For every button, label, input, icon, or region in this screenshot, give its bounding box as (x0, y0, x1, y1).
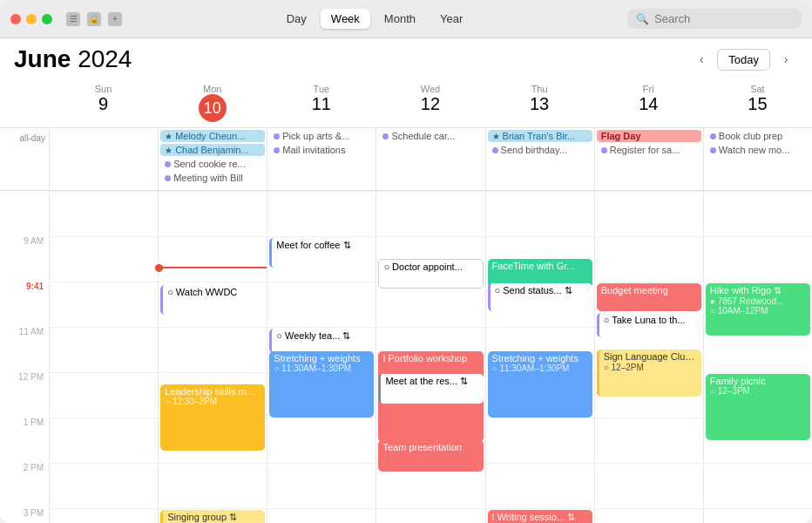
col-fri-3 (594, 508, 703, 523)
cal-grid[interactable]: 9 AM (0, 191, 812, 523)
col-thu-3: I Writing sessio... ⇅ (485, 508, 594, 523)
calendar-window: ☰ 🔒 + Day Week Month Year 🔍 June 2024 ‹ … (0, 0, 812, 523)
list-item[interactable]: ★ Melody Cheun... (160, 130, 265, 142)
traffic-lights (10, 14, 52, 24)
col-sun-1 (49, 418, 158, 463)
minimize-button[interactable] (26, 14, 37, 24)
col-wed-9: ○ Doctor appoint... (376, 236, 484, 282)
col-tue-9: Meet for coffee ⇅ (267, 236, 376, 282)
event-stretching-tue[interactable]: Stretching + weights ○ 11:30AM–1:30PM (269, 351, 374, 418)
inbox-btn[interactable]: 🔒 (87, 12, 101, 26)
day-header-sun: Sun 9 (49, 80, 158, 127)
col-sun-11 (49, 327, 158, 372)
today-button[interactable]: Today (717, 49, 770, 71)
tab-day[interactable]: Day (276, 9, 317, 29)
event-writing-session[interactable]: I Writing sessio... ⇅ (488, 510, 592, 523)
col-sun-9 (49, 236, 158, 282)
search-input[interactable] (654, 12, 801, 25)
list-item[interactable]: Flag Day (597, 130, 701, 142)
next-button[interactable]: › (774, 47, 798, 71)
nav-arrows: ‹ Today › (689, 47, 798, 71)
close-button[interactable] (10, 14, 21, 24)
titlebar: ☰ 🔒 + Day Week Month Year 🔍 (0, 0, 812, 38)
col-tue-1 (267, 418, 376, 463)
col-fri-2 (594, 463, 703, 508)
list-item[interactable]: ★ Chad Benjamin... (160, 144, 265, 156)
list-item[interactable]: Schedule car... (378, 130, 483, 142)
event-take-luna[interactable]: ○ Take Luna to th... (597, 313, 701, 337)
col-wed-8 (376, 191, 484, 236)
col-tue-10 (267, 282, 376, 327)
time-header-spacer (0, 80, 49, 127)
window-controls: ☰ 🔒 + (66, 12, 122, 26)
col-fri-10: Budget meeting ○ Take Luna to th... (594, 282, 703, 327)
maximize-button[interactable] (42, 14, 52, 24)
col-mon-10: ○ Watch WWDC (158, 282, 267, 327)
time-label-9am: 9 AM (0, 236, 49, 282)
add-event-btn[interactable]: + (108, 12, 122, 26)
time-label-8am (0, 191, 49, 236)
col-mon-11 (158, 327, 267, 372)
event-weekly-tea[interactable]: ○ Weekly tea... ⇅ (269, 329, 374, 353)
day-header-thu: Thu 13 (485, 80, 594, 127)
col-mon-2 (158, 463, 267, 508)
col-tue-8 (267, 191, 376, 236)
event-hike-rigo[interactable]: Hike with Rigo ⇅ ● 7867 Redwood... ○ 10A… (706, 283, 810, 336)
col-fri-8 (594, 191, 703, 236)
col-mon-3: Singing group ⇅ (158, 508, 267, 523)
tab-year[interactable]: Year (430, 9, 473, 29)
col-fri-9 (594, 236, 703, 282)
list-item[interactable]: ★ Brian Tran's Bir... (488, 130, 592, 142)
day-headers: Sun 9 Mon 10 Tue 11 Wed 12 Thu 13 Fri 14… (0, 80, 812, 128)
col-sun-8 (49, 191, 158, 236)
list-item[interactable]: Send cookie re... (160, 158, 265, 170)
event-doctor-appt[interactable]: ○ Doctor appoint... (378, 259, 483, 289)
list-item[interactable]: Watch new mo... (706, 144, 810, 156)
time-label-2pm: 2 PM (0, 463, 49, 508)
col-sat-8 (703, 191, 812, 236)
event-watch-wwdc[interactable]: ○ Watch WWDC (160, 285, 265, 315)
col-sat-9 (703, 236, 812, 282)
col-thu-11: Stretching + weights ○ 11:30AM–1:30PM (485, 327, 594, 372)
col-wed-11: I Portfolio workshop (376, 327, 484, 372)
list-item[interactable]: Mail invitations (269, 144, 374, 156)
allday-tue: Pick up arts &... Mail invitations (267, 128, 376, 190)
page-title: June 2024 (14, 45, 132, 73)
allday-sun (49, 128, 158, 190)
event-team-presentation[interactable]: Team presentation (378, 440, 483, 472)
col-thu-10: ○ Send status... ⇅ (485, 282, 594, 327)
event-budget-meeting[interactable]: Budget meeting (597, 283, 701, 311)
list-item[interactable]: Book club prep (706, 130, 810, 142)
event-meet-res[interactable]: Meet at the res... ⇅ (378, 374, 483, 404)
col-tue-3 (267, 508, 376, 523)
sidebar-toggle[interactable]: ☰ (66, 12, 80, 26)
tab-month[interactable]: Month (374, 9, 426, 29)
event-stretching-thu[interactable]: Stretching + weights ○ 11:30AM–1:30PM (488, 351, 592, 418)
event-send-status[interactable]: ○ Send status... ⇅ (488, 283, 592, 311)
col-mon-12: Leadership skills meeting ○ 12:30–2PM (158, 372, 267, 418)
allday-wed: Schedule car... (376, 128, 484, 190)
list-item[interactable]: Pick up arts &... (269, 130, 374, 142)
tab-week[interactable]: Week (321, 9, 370, 29)
col-thu-9: FaceTime with Gr... (485, 236, 594, 282)
prev-button[interactable]: ‹ (689, 47, 714, 71)
allday-thu: ★ Brian Tran's Bir... Send birthday... (485, 128, 594, 190)
list-item[interactable]: Register for sa... (597, 144, 701, 156)
event-leadership[interactable]: Leadership skills meeting ○ 12:30–2PM (160, 384, 265, 451)
list-item[interactable]: Meeting with Bill (160, 172, 265, 184)
nav-tabs: Day Week Month Year (129, 9, 620, 29)
day-header-wed: Wed 12 (376, 80, 484, 127)
event-sign-language[interactable]: Sign Language Club ⇅ ○ 12–2PM (597, 350, 701, 397)
day-header-fri: Fri 14 (594, 80, 703, 127)
list-item[interactable]: Send birthday... (488, 144, 592, 156)
col-sun-12 (49, 372, 158, 418)
col-mon-8 (158, 191, 267, 236)
search-box[interactable]: 🔍 (627, 9, 802, 29)
event-family-picnic[interactable]: Family picnic ○ 12–3PM (706, 374, 810, 440)
event-singing-group[interactable]: Singing group ⇅ (160, 510, 265, 523)
time-grid: 9 AM (0, 191, 812, 523)
col-wed-3 (376, 508, 484, 523)
allday-mon: ★ Melody Cheun... ★ Chad Benjamin... Sen… (158, 128, 267, 190)
allday-row: all-day ★ Melody Cheun... ★ Chad Benjami… (0, 128, 812, 191)
event-meet-for-coffee[interactable]: Meet for coffee ⇅ (269, 238, 374, 268)
